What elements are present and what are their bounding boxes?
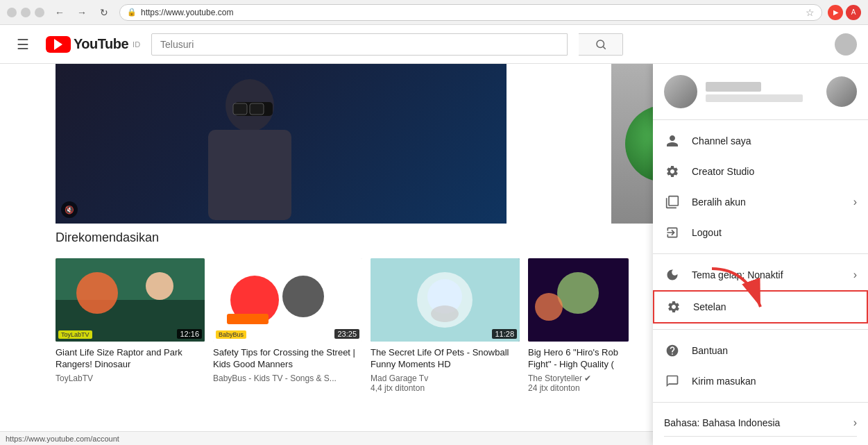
extension-icons: ▶ A xyxy=(828,5,861,20)
user-email xyxy=(706,94,803,102)
menu-item-logout[interactable]: Logout xyxy=(653,217,868,248)
channel-badge-1: ToyLabTV xyxy=(58,330,92,339)
menu-item-help[interactable]: Bantuan xyxy=(653,335,868,366)
dark-theme-arrow-icon: › xyxy=(853,269,857,281)
svg-point-18 xyxy=(431,305,459,322)
ext-icon-1[interactable]: ▶ xyxy=(828,5,843,20)
svg-point-10 xyxy=(146,272,173,300)
help-icon xyxy=(664,342,681,359)
menu-lang-bahasa[interactable]: Bahasa: Bahasa Indonesia › xyxy=(664,410,857,437)
video-channel-3: Mad Garage Tv xyxy=(371,373,520,383)
mute-icon[interactable]: 🔇 xyxy=(61,201,78,218)
hamburger-menu[interactable]: ☰ xyxy=(11,31,35,58)
video-views-3: 4,4 jtx ditonton xyxy=(371,383,520,393)
header-right xyxy=(835,33,857,56)
lang-bahasa-label: Bahasa: Bahasa Indonesia xyxy=(664,417,780,428)
youtube-logo-text: YouTube xyxy=(74,36,128,52)
duration-3: 11:28 xyxy=(492,329,517,339)
address-bar[interactable]: 🔒 https://www.youtube.com ☆ xyxy=(119,4,822,21)
creator-studio-icon xyxy=(664,163,681,180)
browser-close-btn[interactable] xyxy=(7,8,17,17)
menu-item-setelan[interactable]: Setelan xyxy=(653,290,868,324)
svg-point-21 xyxy=(535,293,563,321)
browser-nav-icons: ← → ↻ xyxy=(50,3,114,22)
video-info-3: The Secret Life Of Pets - Snowball Funny… xyxy=(371,342,520,396)
browser-chrome: ← → ↻ 🔒 https://www.youtube.com ☆ ▶ A xyxy=(0,0,868,25)
svg-rect-14 xyxy=(227,314,269,324)
lang-bahasa-arrow: › xyxy=(853,417,857,429)
url-text: https://www.youtube.com xyxy=(141,8,801,17)
thumbnail-4 xyxy=(528,258,629,342)
menu-section-3: Bantuan Kirim masukan xyxy=(653,330,868,403)
search-input[interactable] xyxy=(151,33,568,56)
youtube-logo-id: ID xyxy=(133,40,140,49)
youtube-header: ☰ YouTubeID xyxy=(0,25,868,64)
browser-window-buttons xyxy=(7,8,44,17)
menu-section-2: Tema gelap: Nonaktif › Setelan xyxy=(653,254,868,330)
menu-item-channel[interactable]: Channel saya xyxy=(653,126,868,156)
svg-rect-6 xyxy=(250,103,264,115)
help-label: Bantuan xyxy=(692,345,857,356)
svg-rect-3 xyxy=(208,130,291,220)
thumbnail-2: 23:25 BabyBus xyxy=(213,258,362,342)
video-card-4[interactable]: Big Hero 6 "Hiro's Rob Fight" - High Qua… xyxy=(528,258,629,396)
reload-button[interactable]: ↻ xyxy=(94,3,114,22)
channel-badge-2: BabyBus xyxy=(216,330,246,339)
video-title-4: Big Hero 6 "Hiro's Rob Fight" - High Qua… xyxy=(528,347,629,371)
back-button[interactable]: ← xyxy=(50,3,69,22)
switch-account-icon xyxy=(664,194,681,210)
creator-studio-label: Creator Studio xyxy=(692,166,857,177)
youtube-logo[interactable]: YouTubeID xyxy=(46,36,140,53)
switch-arrow-icon: › xyxy=(853,196,857,208)
video-channel-2: BabyBus - Kids TV - Songs & S... xyxy=(213,373,362,383)
status-url: https://www.youtube.com/account xyxy=(6,435,119,443)
featured-video-image: 🔇 xyxy=(56,64,507,224)
dark-theme-label: Tema gelap: Nonaktif xyxy=(692,269,842,280)
bookmark-icon[interactable]: ☆ xyxy=(806,7,815,18)
video-card-2[interactable]: 23:25 BabyBus Safety Tips for Crossing t… xyxy=(213,258,362,396)
menu-item-creator-studio[interactable]: Creator Studio xyxy=(653,156,868,187)
recommended-title: Direkomendasikan xyxy=(56,230,159,244)
switch-account-label: Beralih akun xyxy=(692,196,842,208)
svg-point-20 xyxy=(557,272,599,314)
menu-item-feedback[interactable]: Kirim masukan xyxy=(653,366,868,396)
logout-label: Logout xyxy=(692,227,857,238)
video-views-4: 24 jtx ditonton xyxy=(528,383,629,393)
svg-point-13 xyxy=(282,276,324,317)
video-card-1[interactable]: 12:16 ToyLabTV Giant Life Size Raptor an… xyxy=(56,258,205,396)
dropdown-avatar xyxy=(826,76,857,107)
video-title-1: Giant Life Size Raptor and Park Rangers!… xyxy=(56,347,205,371)
main-content: 🔇 Direkomendasikan xyxy=(0,64,868,445)
featured-video[interactable]: 🔇 xyxy=(56,64,507,224)
thumbnail-1: 12:16 ToyLabTV xyxy=(56,258,205,342)
forward-button[interactable]: → xyxy=(72,3,92,22)
video-card-3[interactable]: 11:28 The Secret Life Of Pets - Snowball… xyxy=(371,258,520,396)
youtube-logo-icon xyxy=(46,36,71,53)
header-avatar[interactable] xyxy=(835,33,857,56)
account-dropdown: Channel saya Creator Studio Beralih akun… xyxy=(653,64,868,445)
video-info-4: Big Hero 6 "Hiro's Rob Fight" - High Qua… xyxy=(528,342,629,396)
browser-minimize-btn[interactable] xyxy=(21,8,31,17)
video-title-3: The Secret Life Of Pets - Snowball Funny… xyxy=(371,347,520,371)
menu-lang-lokasi[interactable]: Lokasi: Indonesia › xyxy=(664,437,857,445)
ext-icon-2[interactable]: A xyxy=(846,5,861,20)
svg-point-0 xyxy=(597,40,604,48)
search-button[interactable] xyxy=(579,33,623,56)
feedback-icon xyxy=(664,373,681,389)
video-channel-1: ToyLabTV xyxy=(56,373,205,383)
page-area: 🔇 Direkomendasikan xyxy=(0,64,868,445)
menu-item-dark-theme[interactable]: Tema gelap: Nonaktif › xyxy=(653,260,868,290)
menu-lang-section: Bahasa: Bahasa Indonesia › Lokasi: Indon… xyxy=(653,403,868,445)
browser-maximize-btn[interactable] xyxy=(35,8,44,17)
video-title-2: Safety Tips for Crossing the Street | Ki… xyxy=(213,347,362,371)
person-icon xyxy=(664,133,681,149)
svg-rect-5 xyxy=(233,103,247,115)
user-avatar xyxy=(664,75,697,108)
thumbnail-3: 11:28 xyxy=(371,258,520,342)
channel-label: Channel saya xyxy=(692,135,857,146)
video-grid: 12:16 ToyLabTV Giant Life Size Raptor an… xyxy=(56,258,629,396)
setelan-label: Setelan xyxy=(693,301,856,312)
user-info xyxy=(706,82,818,102)
video-info-1: Giant Life Size Raptor and Park Rangers!… xyxy=(56,342,205,386)
menu-item-switch[interactable]: Beralih akun › xyxy=(653,187,868,217)
